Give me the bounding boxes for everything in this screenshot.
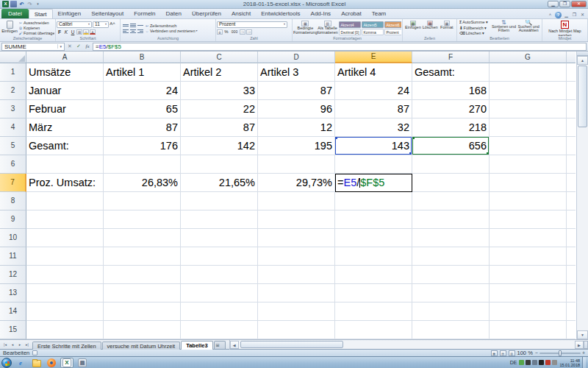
cell-C10[interactable] xyxy=(181,229,258,247)
cell-D8[interactable] xyxy=(258,192,335,210)
cell-partial-13[interactable] xyxy=(567,284,576,302)
taskbar-app-document[interactable]: ▤ xyxy=(76,358,89,368)
cell-A7[interactable]: Proz. Umsatz: xyxy=(26,174,104,192)
cell-E5[interactable]: 143 xyxy=(335,137,412,155)
cell-D13[interactable] xyxy=(258,284,335,302)
scroll-left-icon[interactable]: ◀ xyxy=(230,341,239,349)
horizontal-scrollbar[interactable]: ◀ ▶ xyxy=(229,340,588,350)
cell-D2[interactable]: 87 xyxy=(258,82,335,100)
cell-G1[interactable] xyxy=(490,63,567,82)
collapse-ribbon-icon[interactable]: ˄ xyxy=(547,12,553,18)
paste-button[interactable]: Einfügen xyxy=(1,20,18,36)
ribbon-tab-add-ins[interactable]: Add-Ins xyxy=(306,9,337,18)
sheet-tab-versuche-mit-datum-uhrzeit[interactable]: versuche mit Datum Uhrzeit xyxy=(102,342,181,350)
cell-G11[interactable] xyxy=(490,247,567,266)
cell-G3[interactable] xyxy=(490,100,567,118)
cell-A2[interactable]: Januar xyxy=(26,82,104,100)
cell-F3[interactable]: 270 xyxy=(412,100,490,118)
cell-partial-12[interactable] xyxy=(567,266,576,284)
cell-A4[interactable]: März xyxy=(26,118,104,137)
cut-button[interactable]: ✂Ausschneiden xyxy=(18,21,54,26)
cell-partial-10[interactable] xyxy=(567,229,576,247)
font-name-select[interactable]: Calibri▾ xyxy=(57,21,92,28)
cell-A1[interactable]: Umsätze xyxy=(26,63,104,82)
font-size-select[interactable]: 11▾ xyxy=(93,21,109,28)
cell-style-akzent6[interactable]: Akzent6 xyxy=(384,21,401,28)
taskbar-app-explorer[interactable] xyxy=(29,358,43,368)
show-desktop-button[interactable] xyxy=(582,357,586,368)
conditional-formatting-button[interactable]: ▦ Bedingte Formatierung xyxy=(293,20,318,36)
column-header-f[interactable]: F xyxy=(412,52,490,63)
formula-input[interactable]: =E5/$F$5 xyxy=(93,43,587,51)
cell-partial-14[interactable] xyxy=(567,302,576,321)
cell-B1[interactable]: Artikel 1 xyxy=(104,63,181,82)
format-cells-button[interactable]: ▦ Format xyxy=(440,20,454,36)
currency-format-icon[interactable]: ¤ xyxy=(217,29,223,35)
cell-C8[interactable] xyxy=(181,192,258,210)
cell-B2[interactable]: 24 xyxy=(104,82,181,100)
cell-F10[interactable] xyxy=(412,229,490,247)
cell-E2[interactable]: 24 xyxy=(335,82,412,100)
sheet-tab-erste-schritte-mit-zellen[interactable]: Erste Schritte mit Zellen xyxy=(32,342,101,350)
row-header-3[interactable]: 3 xyxy=(0,100,26,118)
cell-partial-8[interactable] xyxy=(567,192,576,210)
cell-C1[interactable]: Artikel 2 xyxy=(181,63,258,82)
column-header-b[interactable]: B xyxy=(104,52,181,63)
format-painter-button[interactable]: 🖌Format übertragen xyxy=(18,31,54,36)
column-header-e[interactable]: E xyxy=(335,52,412,63)
cell-A15[interactable] xyxy=(26,321,104,339)
row-header-4[interactable]: 4 xyxy=(0,118,26,137)
cell-E14[interactable] xyxy=(335,302,412,321)
cell-B12[interactable] xyxy=(104,266,181,284)
cell-G4[interactable] xyxy=(490,118,567,137)
wrap-text-button[interactable]: ↩Zeilenumbruch xyxy=(145,23,215,28)
cell-F14[interactable] xyxy=(412,302,490,321)
row-header-7[interactable]: 7 xyxy=(0,174,26,192)
record-macro-icon[interactable] xyxy=(32,350,37,355)
row-header-12[interactable]: 12 xyxy=(0,266,26,284)
cell-D3[interactable]: 96 xyxy=(258,100,335,118)
group-label-font[interactable]: Schriftart xyxy=(57,36,119,41)
align-left-icon[interactable] xyxy=(123,29,129,33)
decrease-decimal-icon[interactable]: ⁻⁰ xyxy=(246,29,252,35)
cell-B8[interactable] xyxy=(104,192,181,210)
close-button[interactable]: ✕ xyxy=(571,1,587,7)
ribbon-tab-acrobat[interactable]: Acrobat xyxy=(336,9,367,18)
sheet-tab-tabelle3[interactable]: Tabelle3 xyxy=(181,341,212,350)
align-center-icon[interactable] xyxy=(130,29,136,33)
sort-filter-button[interactable]: ⇅ Sortieren und Filtern xyxy=(492,20,517,36)
cell-partial-9[interactable] xyxy=(567,210,576,229)
tray-icon-2[interactable] xyxy=(526,360,531,365)
cancel-formula-icon[interactable]: ✕ xyxy=(66,43,74,49)
autosum-button[interactable]: ΣAutoSumme ▾ xyxy=(459,20,490,25)
name-box-dropdown-icon[interactable]: ▾ xyxy=(57,44,62,49)
cell-D4[interactable]: 12 xyxy=(258,118,335,137)
cell-E7[interactable]: =E5/$F$5 xyxy=(335,174,412,192)
next-sheet-icon[interactable]: ▸ xyxy=(16,341,24,348)
cell-D5[interactable]: 195 xyxy=(258,137,335,155)
cell-style-dezimal-0-[interactable]: Dezimal [0] xyxy=(339,29,361,35)
mindjet-send-button[interactable]: N Nach Mindjet Map senden xyxy=(547,20,584,36)
cell-G6[interactable] xyxy=(490,155,567,174)
insert-worksheet-icon[interactable]: ⊞ xyxy=(214,341,226,349)
cell-C12[interactable] xyxy=(181,266,258,284)
increase-decimal-icon[interactable]: ⁺⁰ xyxy=(240,29,245,35)
ribbon-tab-entwicklertools[interactable]: Entwicklertools xyxy=(256,9,305,18)
delete-cells-button[interactable]: ▦ Löschen xyxy=(423,20,438,36)
cell-G15[interactable] xyxy=(490,321,567,339)
cell-F1[interactable]: Gesamt: xyxy=(412,63,490,82)
column-header-g[interactable]: G xyxy=(490,52,567,63)
prev-sheet-icon[interactable]: ◂ xyxy=(9,341,16,348)
cell-C2[interactable]: 33 xyxy=(181,82,258,100)
row-header-6[interactable]: 6 xyxy=(0,155,26,174)
cell-G12[interactable] xyxy=(490,266,567,284)
cell-D1[interactable]: Artikel 3 xyxy=(258,63,335,82)
cell-A14[interactable] xyxy=(26,302,104,321)
cell-D9[interactable] xyxy=(258,210,335,229)
cell-B14[interactable] xyxy=(104,302,181,321)
cell-partial-5[interactable] xyxy=(567,137,576,155)
italic-button[interactable]: K xyxy=(63,29,69,35)
cell-C13[interactable] xyxy=(181,284,258,302)
row-header-15[interactable]: 15 xyxy=(0,321,26,339)
comma-style-button[interactable]: 000 xyxy=(230,29,239,34)
